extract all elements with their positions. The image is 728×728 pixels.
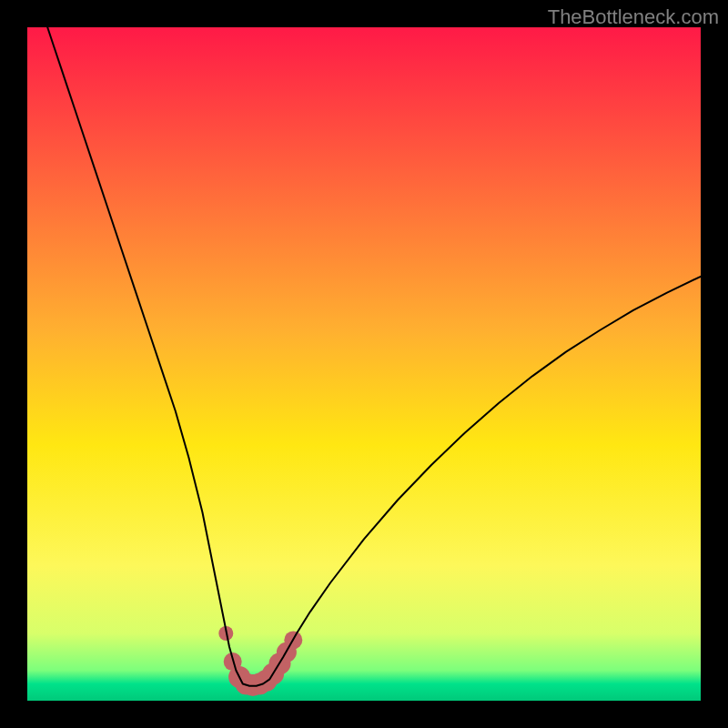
chart-frame: TheBottleneck.com — [0, 0, 728, 728]
plot-area — [27, 27, 701, 701]
watermark-text: TheBottleneck.com — [548, 5, 719, 29]
gradient-background — [27, 27, 701, 701]
chart-svg — [27, 27, 701, 701]
